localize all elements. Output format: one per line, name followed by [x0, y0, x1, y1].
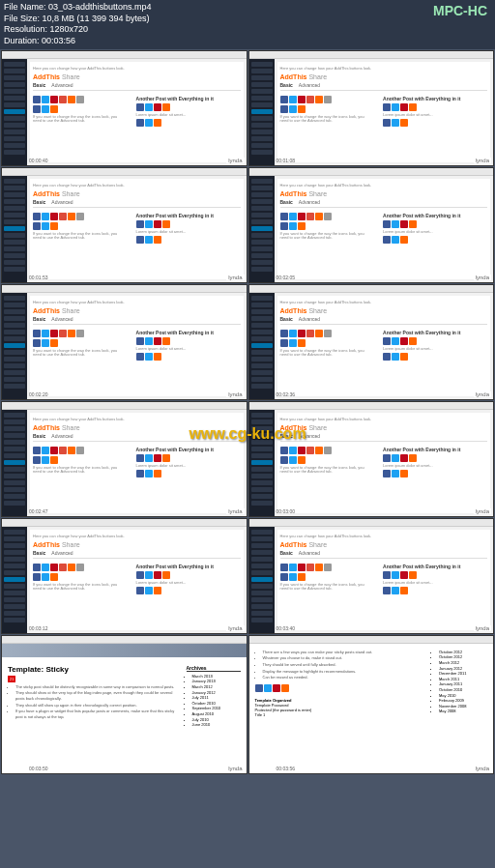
- sidebar-menu-item[interactable]: [4, 597, 25, 602]
- twitter-icon[interactable]: [145, 470, 153, 477]
- twitter-icon[interactable]: [392, 587, 399, 594]
- addthis-icon[interactable]: [409, 454, 417, 462]
- sidebar-menu-item[interactable]: [251, 296, 273, 301]
- facebook-icon[interactable]: [33, 213, 41, 220]
- pinterest-icon[interactable]: [154, 103, 161, 111]
- sidebar-menu-item[interactable]: [4, 426, 25, 431]
- facebook-icon[interactable]: [383, 587, 391, 594]
- addthis-icon[interactable]: [315, 564, 323, 571]
- sidebar-menu-item[interactable]: [4, 226, 25, 231]
- facebook-icon[interactable]: [136, 236, 144, 244]
- addthis-icon[interactable]: [154, 353, 161, 361]
- twitter-icon[interactable]: [145, 220, 153, 228]
- sidebar-menu-item[interactable]: [251, 199, 273, 204]
- sidebar-menu-item[interactable]: [4, 206, 25, 211]
- facebook-icon[interactable]: [136, 470, 144, 477]
- facebook-icon[interactable]: [136, 454, 144, 462]
- twitter-icon[interactable]: [289, 330, 297, 337]
- sidebar-menu-item[interactable]: [251, 543, 273, 548]
- pinterest-icon[interactable]: [400, 103, 408, 111]
- sidebar-menu-item[interactable]: [4, 303, 25, 307]
- twitter-icon[interactable]: [392, 454, 399, 462]
- twitter-icon[interactable]: [42, 447, 49, 454]
- more-icon[interactable]: [324, 96, 332, 103]
- sidebar-menu-item[interactable]: [251, 570, 273, 575]
- sidebar-menu-item[interactable]: [4, 530, 25, 535]
- sidebar-menu-item[interactable]: [251, 474, 273, 478]
- sidebar-menu-item[interactable]: [4, 350, 25, 355]
- facebook-icon[interactable]: [136, 103, 144, 111]
- tab-basic[interactable]: Basic: [33, 316, 45, 322]
- pinterest-icon[interactable]: [50, 213, 58, 220]
- sidebar-menu-item[interactable]: [4, 357, 25, 362]
- pinterest-icon[interactable]: [154, 337, 161, 345]
- video-thumbnail[interactable]: Here you can change how your AddThis but…: [1, 50, 248, 166]
- sidebar-menu-item[interactable]: [4, 62, 25, 67]
- month-link[interactable]: May 2008: [439, 709, 487, 714]
- sidebar-menu-item[interactable]: [251, 267, 273, 272]
- video-thumbnail[interactable]: There are a few ways you can make your s…: [248, 635, 495, 774]
- addthis-icon[interactable]: [409, 220, 417, 228]
- sidebar-menu-item[interactable]: [251, 447, 273, 451]
- sidebar-menu-item[interactable]: [251, 343, 273, 348]
- sidebar-menu-item[interactable]: [251, 233, 273, 238]
- twitter-icon[interactable]: [42, 105, 49, 113]
- facebook-icon[interactable]: [136, 353, 144, 361]
- sidebar-menu-item[interactable]: [251, 480, 273, 485]
- addthis-icon[interactable]: [400, 353, 408, 361]
- sidebar-menu-item[interactable]: [251, 75, 273, 80]
- tab-basic[interactable]: Basic: [33, 550, 45, 556]
- sidebar-menu-item[interactable]: [251, 226, 273, 231]
- facebook-icon[interactable]: [280, 339, 288, 347]
- facebook-icon[interactable]: [280, 105, 288, 113]
- video-thumbnail[interactable]: Here you can change how your AddThis but…: [1, 284, 248, 400]
- twitter-icon[interactable]: [289, 213, 297, 220]
- sidebar-menu-item[interactable]: [4, 75, 25, 80]
- sidebar-menu-item[interactable]: [4, 370, 25, 375]
- twitter-icon[interactable]: [392, 236, 399, 244]
- sidebar-menu-item[interactable]: [251, 460, 273, 465]
- video-thumbnail[interactable]: Here you can change how your AddThis but…: [248, 167, 495, 283]
- addthis-icon[interactable]: [162, 454, 170, 462]
- pinterest-icon[interactable]: [50, 447, 58, 454]
- facebook-icon[interactable]: [33, 339, 41, 347]
- sidebar-menu-item[interactable]: [251, 440, 273, 445]
- twitter-icon[interactable]: [42, 564, 49, 571]
- pinterest-icon[interactable]: [154, 220, 161, 228]
- facebook-icon[interactable]: [136, 571, 144, 579]
- video-thumbnail[interactable]: Here you can change how your AddThis but…: [248, 284, 495, 400]
- addthis-icon[interactable]: [50, 222, 58, 230]
- sidebar-menu-item[interactable]: [4, 591, 25, 595]
- sidebar-menu-item[interactable]: [251, 303, 273, 307]
- sidebar-menu-item[interactable]: [4, 240, 25, 245]
- sidebar-menu-item[interactable]: [4, 474, 25, 478]
- facebook-icon[interactable]: [280, 96, 288, 103]
- sidebar-menu-item[interactable]: [251, 467, 273, 472]
- addthis-icon[interactable]: [298, 105, 306, 113]
- sidebar-menu-item[interactable]: [251, 316, 273, 321]
- tab-basic[interactable]: Basic: [280, 316, 293, 322]
- sidebar-menu-item[interactable]: [251, 213, 273, 217]
- sidebar-menu-item[interactable]: [251, 350, 273, 355]
- sidebar-menu-item[interactable]: [251, 323, 273, 328]
- sidebar-menu-item[interactable]: [4, 130, 25, 134]
- pinterest-icon[interactable]: [50, 330, 58, 337]
- more-icon[interactable]: [76, 330, 84, 337]
- pinterest-icon[interactable]: [298, 96, 306, 103]
- sidebar-menu-item[interactable]: [251, 357, 273, 362]
- twitter-icon[interactable]: [145, 571, 153, 579]
- tag-link[interactable]: Title 1: [255, 712, 430, 717]
- sidebar-menu-item[interactable]: [4, 377, 25, 382]
- sidebar-menu-item[interactable]: [4, 543, 25, 548]
- sidebar-menu-item[interactable]: [4, 453, 25, 458]
- sidebar-menu-item[interactable]: [4, 186, 25, 190]
- tab-basic[interactable]: Basic: [280, 199, 293, 205]
- sidebar-menu-item[interactable]: [4, 150, 25, 155]
- twitter-icon[interactable]: [145, 587, 153, 594]
- facebook-icon[interactable]: [383, 236, 391, 244]
- sidebar-menu-item[interactable]: [4, 296, 25, 301]
- facebook-icon[interactable]: [280, 213, 288, 220]
- twitter-icon[interactable]: [42, 222, 49, 230]
- sidebar-menu-item[interactable]: [4, 480, 25, 485]
- more-icon[interactable]: [324, 447, 332, 454]
